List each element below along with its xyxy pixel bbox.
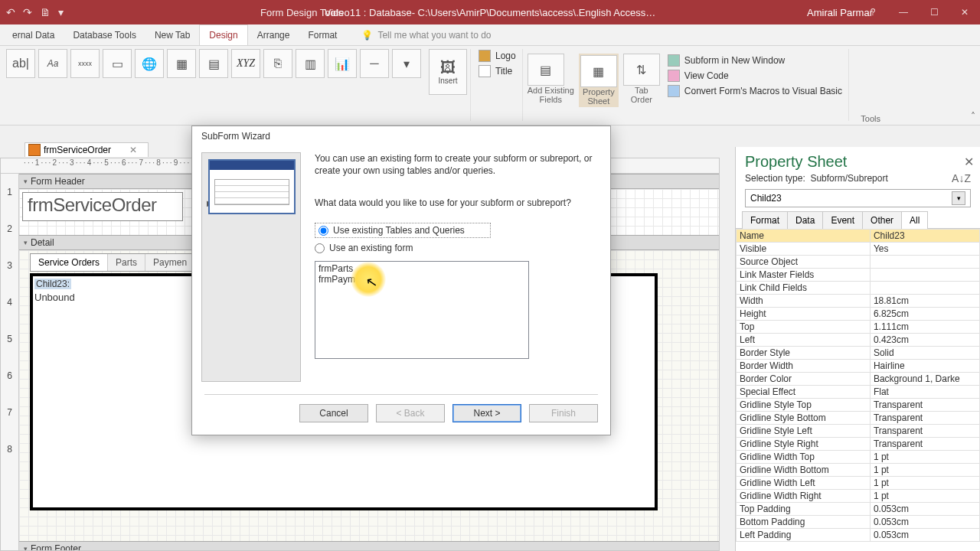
- form-footer-section-bar[interactable]: Form Footer: [1, 541, 719, 551]
- close-property-sheet-icon[interactable]: ✕: [964, 155, 974, 169]
- tab-control[interactable]: Service Orders Parts Paymen: [30, 253, 196, 272]
- property-value[interactable]: 1 pt: [870, 490, 979, 503]
- prop-tab-other[interactable]: Other: [862, 211, 902, 229]
- property-value[interactable]: Transparent: [870, 399, 979, 412]
- property-row[interactable]: Border StyleSolid: [737, 347, 980, 360]
- title-button[interactable]: Title: [475, 64, 519, 78]
- cancel-button[interactable]: Cancel: [299, 404, 368, 422]
- property-value[interactable]: 6.825cm: [870, 308, 979, 321]
- property-value[interactable]: [870, 282, 979, 295]
- property-row[interactable]: Left0.423cm: [737, 334, 980, 347]
- object-selector-combo[interactable]: Child23 ▾: [745, 189, 971, 207]
- property-value[interactable]: Transparent: [870, 438, 979, 451]
- property-row[interactable]: Gridline Width Left1 pt: [737, 477, 980, 490]
- property-grid[interactable]: NameChild23VisibleYesSource ObjectLink M…: [736, 229, 980, 543]
- tab-order-button[interactable]: ⇅: [623, 54, 660, 86]
- property-row[interactable]: Gridline Style RightTransparent: [737, 438, 980, 451]
- tab-database-tools[interactable]: Database Tools: [64, 25, 145, 45]
- property-row[interactable]: Left Padding0.053cm: [737, 529, 980, 542]
- property-value[interactable]: [870, 269, 979, 282]
- property-value[interactable]: 1 pt: [870, 464, 979, 477]
- property-value[interactable]: Transparent: [870, 425, 979, 438]
- prop-tab-data[interactable]: Data: [787, 211, 823, 229]
- property-row[interactable]: Gridline Style TopTransparent: [737, 399, 980, 412]
- property-value[interactable]: Hairline: [870, 360, 979, 373]
- logo-button[interactable]: Logo: [475, 49, 519, 63]
- property-row[interactable]: Gridline Style LeftTransparent: [737, 425, 980, 438]
- property-row[interactable]: Border ColorBackground 1, Darke: [737, 373, 980, 386]
- control-textbox-icon[interactable]: ab|: [6, 49, 35, 78]
- radio-form-input[interactable]: [315, 243, 325, 253]
- control-optiongroup-icon[interactable]: XYZ: [231, 49, 260, 78]
- qat-customize-icon[interactable]: ▾: [58, 6, 64, 18]
- help-icon[interactable]: ?: [858, 0, 888, 24]
- property-row[interactable]: Top Padding0.053cm: [737, 503, 980, 516]
- prop-tab-format[interactable]: Format: [742, 211, 788, 229]
- list-item[interactable]: frmPayments: [317, 274, 527, 285]
- control-label-icon[interactable]: Aa: [38, 49, 67, 78]
- next-button[interactable]: Next >: [452, 404, 521, 422]
- property-value[interactable]: [870, 256, 979, 269]
- tell-me-search[interactable]: 💡 Tell me what you want to do: [346, 25, 980, 45]
- property-row[interactable]: Bottom Padding0.053cm: [737, 516, 980, 529]
- list-item[interactable]: frmParts: [317, 263, 527, 274]
- property-value[interactable]: 18.81cm: [870, 295, 979, 308]
- maximize-icon[interactable]: ☐: [919, 0, 949, 24]
- print-preview-icon[interactable]: 🗎: [40, 6, 51, 18]
- tab-arrange[interactable]: Arrange: [248, 25, 299, 45]
- control-more-icon[interactable]: ▾: [392, 49, 421, 78]
- prop-tab-event[interactable]: Event: [822, 211, 863, 229]
- property-value[interactable]: Solid: [870, 347, 979, 360]
- insert-image-button[interactable]: 🖼Insert: [429, 49, 467, 95]
- add-existing-fields-button[interactable]: ▤: [528, 54, 564, 86]
- redo-icon[interactable]: ↷: [23, 6, 32, 18]
- property-row[interactable]: Width18.81cm: [737, 295, 980, 308]
- property-row[interactable]: Link Master Fields: [737, 269, 980, 282]
- property-value[interactable]: 1 pt: [870, 477, 979, 490]
- property-row[interactable]: Border WidthHairline: [737, 360, 980, 373]
- property-value[interactable]: 0.423cm: [870, 334, 979, 347]
- sort-az-icon[interactable]: A↓Z: [952, 172, 971, 184]
- tab-new-tab[interactable]: New Tab: [145, 25, 199, 45]
- property-value[interactable]: 1.111cm: [870, 321, 979, 334]
- control-listbox-icon[interactable]: ▥: [296, 49, 325, 78]
- control-tab-icon[interactable]: ▭: [103, 49, 132, 78]
- property-value[interactable]: 0.053cm: [870, 529, 979, 542]
- property-row[interactable]: Gridline Width Bottom1 pt: [737, 464, 980, 477]
- tab-format[interactable]: Format: [299, 25, 346, 45]
- control-pagebreak-icon[interactable]: ⎘: [263, 49, 292, 78]
- property-value[interactable]: 0.053cm: [870, 503, 979, 516]
- property-value[interactable]: 0.053cm: [870, 516, 979, 529]
- property-row[interactable]: NameChild23: [737, 230, 980, 243]
- property-value[interactable]: Background 1, Darke: [870, 373, 979, 386]
- property-value[interactable]: 1 pt: [870, 451, 979, 464]
- control-chart-icon[interactable]: 📊: [328, 49, 357, 78]
- tab-design[interactable]: Design: [199, 24, 247, 45]
- close-form-tab-icon[interactable]: ✕: [129, 145, 137, 155]
- property-value[interactable]: Flat: [870, 386, 979, 399]
- subtab-payments[interactable]: Paymen: [145, 254, 195, 271]
- property-row[interactable]: Height6.825cm: [737, 308, 980, 321]
- form-object-tab[interactable]: frmServiceOrder ✕: [24, 142, 149, 157]
- combo-dropdown-icon[interactable]: ▾: [952, 191, 965, 205]
- undo-icon[interactable]: ↶: [6, 6, 15, 18]
- property-value[interactable]: Transparent: [870, 412, 979, 425]
- property-value[interactable]: Yes: [870, 243, 979, 256]
- radio-use-tables-queries[interactable]: Use existing Tables and Queries: [315, 223, 491, 238]
- subtab-service-orders[interactable]: Service Orders: [31, 254, 108, 271]
- property-row[interactable]: Link Child Fields: [737, 282, 980, 295]
- property-row[interactable]: Gridline Width Right1 pt: [737, 490, 980, 503]
- close-icon[interactable]: ✕: [949, 0, 980, 24]
- property-row[interactable]: Gridline Width Top1 pt: [737, 451, 980, 464]
- property-sheet-button[interactable]: ▦: [580, 55, 617, 87]
- collapse-ribbon-icon[interactable]: ˄: [971, 111, 975, 122]
- control-button-icon[interactable]: xxxx: [70, 49, 100, 78]
- tab-external-data[interactable]: ernal Data: [3, 25, 64, 45]
- prop-tab-all[interactable]: All: [901, 211, 928, 229]
- property-row[interactable]: Top1.111cm: [737, 321, 980, 334]
- control-navigation-icon[interactable]: ▦: [167, 49, 196, 78]
- property-row[interactable]: VisibleYes: [737, 243, 980, 256]
- property-row[interactable]: Source Object: [737, 256, 980, 269]
- minimize-icon[interactable]: —: [888, 0, 919, 24]
- wizard-forms-listbox[interactable]: frmParts frmPayments: [315, 261, 529, 359]
